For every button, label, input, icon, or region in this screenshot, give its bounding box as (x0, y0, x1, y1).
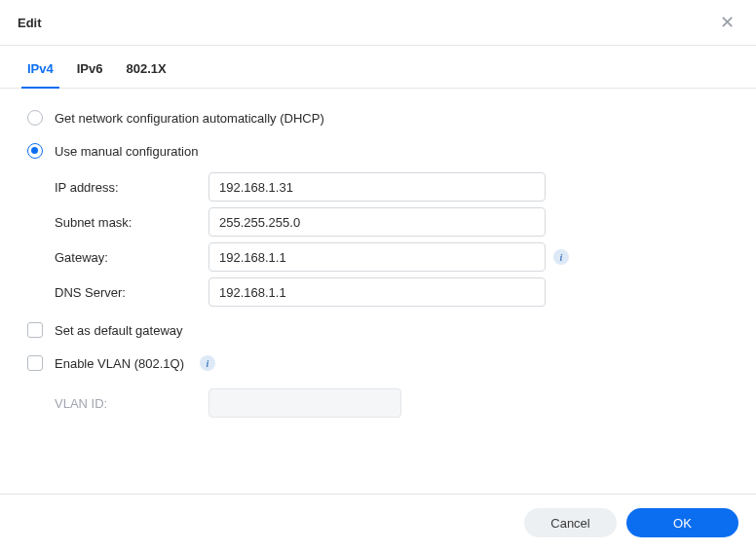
ip-input[interactable] (208, 172, 546, 202)
vlan-id-input (208, 388, 401, 418)
tab-ipv6[interactable]: IPv6 (77, 61, 103, 88)
ip-label: IP address: (55, 180, 208, 195)
dns-input[interactable] (208, 277, 546, 307)
dns-label: DNS Server: (55, 285, 208, 300)
gw-input[interactable] (208, 242, 546, 272)
dialog-title: Edit (18, 16, 42, 30)
gw-row: Gateway: i (55, 242, 729, 272)
radio-dhcp-row: Get network configuration automatically … (27, 110, 729, 126)
radio-manual-row: Use manual configuration (27, 143, 729, 159)
tab-8021x[interactable]: 802.1X (127, 61, 167, 88)
radio-manual-label: Use manual configuration (55, 144, 198, 159)
tabs: IPv4 IPv6 802.1X (0, 46, 756, 89)
vlan-checkbox[interactable] (27, 355, 43, 371)
radio-dhcp[interactable] (27, 110, 43, 126)
default-gw-row: Set as default gateway (27, 322, 729, 338)
tab-ipv4[interactable]: IPv4 (27, 61, 54, 88)
dialog-header: Edit ✕ (0, 0, 756, 46)
ip-row: IP address: (55, 172, 729, 202)
default-gw-checkbox[interactable] (27, 322, 43, 338)
gw-label: Gateway: (55, 250, 208, 265)
vlan-row: Enable VLAN (802.1Q) i (27, 355, 729, 371)
ok-button[interactable]: OK (626, 508, 738, 537)
info-icon[interactable]: i (553, 249, 569, 265)
close-icon[interactable]: ✕ (716, 10, 738, 35)
vlan-id-label: VLAN ID: (55, 396, 208, 411)
info-icon[interactable]: i (200, 355, 215, 371)
mask-label: Subnet mask: (55, 215, 208, 230)
default-gw-label: Set as default gateway (55, 323, 183, 338)
dialog-body: Get network configuration automatically … (0, 89, 756, 439)
radio-dhcp-label: Get network configuration automatically … (55, 111, 324, 126)
radio-manual[interactable] (27, 143, 43, 159)
dialog-footer: Cancel OK (0, 494, 756, 551)
cancel-button[interactable]: Cancel (524, 508, 617, 537)
mask-row: Subnet mask: (55, 207, 729, 237)
vlan-label: Enable VLAN (802.1Q) (55, 356, 184, 371)
manual-form: IP address: Subnet mask: Gateway: i DNS … (55, 172, 729, 307)
dns-row: DNS Server: (55, 277, 729, 307)
mask-input[interactable] (208, 207, 546, 237)
vlan-id-row: VLAN ID: (55, 388, 729, 418)
